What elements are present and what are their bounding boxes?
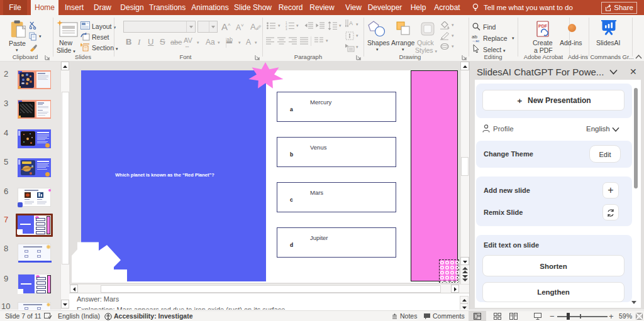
svg-text:A: A	[349, 20, 353, 26]
svg-text:PDF: PDF	[538, 24, 548, 28]
svg-text:→ac: →ac	[472, 39, 479, 42]
svg-text:3: 3	[286, 28, 287, 30]
